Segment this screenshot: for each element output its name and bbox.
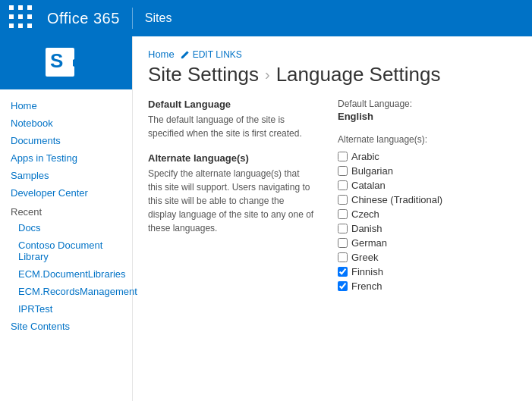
svg-text:S: S (50, 49, 63, 72)
edit-links-label: EDIT LINKS (193, 49, 242, 60)
list-item: Arabic (338, 151, 517, 162)
sidebar-recent-label: Recent (0, 202, 132, 219)
language-list: ArabicBulgarianCatalanChinese (Tradition… (338, 151, 517, 292)
list-item: French (338, 280, 517, 292)
page-title-arrow: › (265, 66, 270, 83)
page-title: Site Settings › Language Settings (148, 63, 517, 86)
settings-right-col: Default Language: English Alternate lang… (338, 99, 517, 295)
app-title: Office 365 (47, 10, 120, 27)
list-item: Chinese (Traditional) (338, 194, 517, 205)
breadcrumb-home[interactable]: Home (148, 49, 175, 60)
sidebar-item-notebook[interactable]: Notebook (0, 114, 132, 132)
sidebar-item-documents[interactable]: Documents (0, 132, 132, 149)
language-checkbox-arabic[interactable] (338, 152, 348, 161)
sidebar-item-site-contents[interactable]: Site Contents (0, 318, 132, 335)
sidebar-logo: S (0, 36, 132, 89)
breadcrumb: Home EDIT LINKS (148, 49, 517, 60)
default-lang-label: Default Language: (338, 99, 517, 109)
list-item: German (338, 237, 517, 249)
sidebar-item-docs[interactable]: Docs (0, 219, 132, 237)
list-item: Czech (338, 208, 517, 220)
sharepoint-logo-icon: S (46, 45, 87, 81)
language-label: German (351, 237, 387, 249)
language-label: Catalan (351, 180, 386, 191)
language-checkbox-bulgarian[interactable] (338, 166, 348, 176)
alt-lang-label: Alternate language(s): (338, 134, 517, 145)
language-label: Greek (351, 252, 378, 263)
sidebar: S Home Notebook Documents Apps in Testin… (0, 36, 133, 401)
language-checkbox-czech[interactable] (338, 209, 348, 219)
default-language-desc: The default language of the site is spec… (148, 113, 315, 140)
language-checkbox-greek[interactable] (338, 252, 348, 262)
language-checkbox-chinese-traditional[interactable] (338, 195, 348, 205)
language-label: Finnish (351, 266, 383, 277)
sidebar-item-contoso[interactable]: Contoso Document Library (0, 237, 132, 265)
pencil-icon (181, 50, 190, 59)
list-item: Finnish (338, 266, 517, 277)
top-bar-divider (132, 8, 133, 29)
sidebar-item-iprtest[interactable]: IPRTest (0, 300, 132, 318)
page-title-main: Site Settings (148, 63, 259, 86)
language-label: Bulgarian (351, 165, 393, 177)
sidebar-item-home[interactable]: Home (0, 97, 132, 114)
sites-label: Sites (145, 11, 172, 25)
sidebar-nav: Home Notebook Documents Apps in Testing … (0, 89, 132, 343)
language-checkbox-french[interactable] (338, 281, 348, 291)
default-language-title: Default Language (148, 99, 315, 110)
language-label: Chinese (Traditional) (351, 194, 442, 205)
waffle-menu[interactable] (9, 5, 35, 31)
language-label: Danish (351, 223, 382, 234)
language-checkbox-catalan[interactable] (338, 180, 348, 190)
list-item: Greek (338, 252, 517, 263)
settings-left-col: Default Language The default language of… (148, 99, 315, 295)
alternate-language-title: Alternate language(s) (148, 152, 315, 164)
sidebar-item-developer-center[interactable]: Developer Center (0, 184, 132, 202)
language-label: Czech (351, 208, 379, 220)
list-item: Danish (338, 223, 517, 234)
page-title-sub: Language Settings (276, 63, 441, 86)
language-checkbox-danish[interactable] (338, 224, 348, 233)
sidebar-item-ecm-doc[interactable]: ECM.DocumentLibraries (0, 265, 132, 283)
default-lang-value: English (338, 111, 517, 122)
list-item: Bulgarian (338, 165, 517, 177)
list-item: Catalan (338, 180, 517, 191)
alternate-language-desc: Specify the alternate language(s) that t… (148, 167, 315, 235)
top-bar: Office 365 Sites (0, 0, 532, 36)
main-wrapper: S Home Notebook Documents Apps in Testin… (0, 36, 532, 401)
sidebar-item-apps-testing[interactable]: Apps in Testing (0, 149, 132, 167)
sidebar-item-ecm-records[interactable]: ECM.RecordsManagement (0, 283, 132, 300)
language-label: French (351, 280, 382, 292)
breadcrumb-edit-links[interactable]: EDIT LINKS (181, 49, 242, 60)
sidebar-item-samples[interactable]: Samples (0, 167, 132, 184)
language-label: Arabic (351, 151, 379, 162)
language-checkbox-finnish[interactable] (338, 267, 348, 277)
content-area: Home EDIT LINKS Site Settings › Language… (133, 36, 532, 401)
settings-columns: Default Language The default language of… (148, 99, 517, 295)
language-checkbox-german[interactable] (338, 238, 348, 248)
